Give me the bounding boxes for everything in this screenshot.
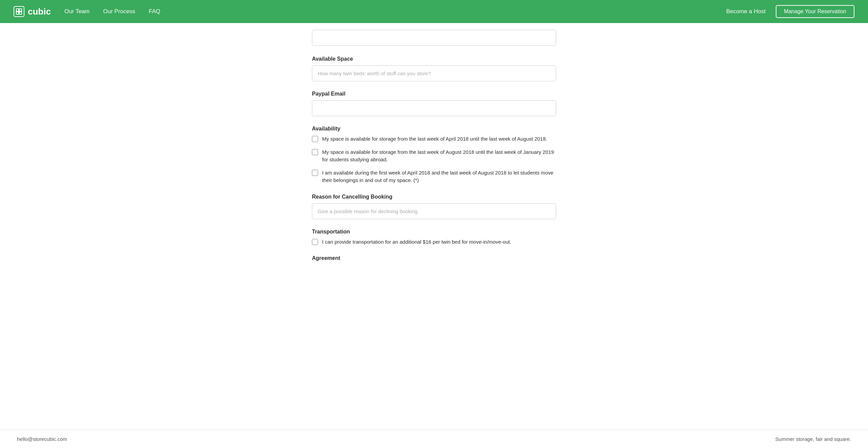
main-content: Available Space Paypal Email Availabilit…: [0, 0, 868, 298]
manage-reservation-button[interactable]: Manage Your Reservation: [776, 5, 854, 18]
svg-rect-0: [16, 9, 19, 11]
logo-icon: [14, 6, 24, 17]
navbar-right: Become a Host Manage Your Reservation: [726, 5, 854, 18]
agreement-label: Agreement: [312, 255, 556, 261]
transportation-checkbox-1[interactable]: [312, 239, 318, 245]
form-container: Available Space Paypal Email Availabilit…: [305, 30, 563, 261]
availability-label-1[interactable]: My space is available for storage from t…: [322, 135, 547, 143]
availability-section: Availability My space is available for s…: [312, 126, 556, 184]
nav-our-team[interactable]: Our Team: [64, 8, 90, 15]
reason-cancelling-section: Reason for Cancelling Booking: [312, 194, 556, 219]
svg-rect-2: [16, 12, 19, 14]
nav-links: Our Team Our Process FAQ: [64, 8, 726, 15]
transportation-label: Transportation: [312, 229, 556, 235]
paypal-email-section: Paypal Email: [312, 91, 556, 116]
become-host-link[interactable]: Become a Host: [726, 8, 766, 15]
nav-our-process[interactable]: Our Process: [103, 8, 135, 15]
agreement-section: Agreement: [312, 255, 556, 261]
reason-cancelling-label: Reason for Cancelling Booking: [312, 194, 556, 200]
availability-label-2[interactable]: My space is available for storage from t…: [322, 148, 556, 164]
availability-checkbox-1[interactable]: [312, 136, 318, 142]
logo-svg: [16, 8, 22, 15]
availability-label: Availability: [312, 126, 556, 132]
availability-item-1: My space is available for storage from t…: [312, 135, 556, 143]
paypal-email-label: Paypal Email: [312, 91, 556, 97]
reason-cancelling-input[interactable]: [312, 203, 556, 219]
transportation-item-1: I can provide transportation for an addi…: [312, 238, 556, 246]
available-space-label: Available Space: [312, 56, 556, 62]
availability-checkbox-2[interactable]: [312, 149, 318, 155]
transportation-checkbox-group: I can provide transportation for an addi…: [312, 238, 556, 246]
availability-checkbox-group: My space is available for storage from t…: [312, 135, 556, 184]
svg-rect-3: [19, 12, 22, 14]
availability-item-3: I am available during the first week of …: [312, 169, 556, 184]
svg-rect-1: [19, 9, 22, 11]
nav-faq[interactable]: FAQ: [149, 8, 160, 15]
available-space-input[interactable]: [312, 65, 556, 81]
paypal-email-input[interactable]: [312, 100, 556, 116]
availability-item-2: My space is available for storage from t…: [312, 148, 556, 164]
available-space-section: Available Space: [312, 56, 556, 81]
transportation-section: Transportation I can provide transportat…: [312, 229, 556, 246]
transportation-label-1[interactable]: I can provide transportation for an addi…: [322, 238, 511, 246]
logo-text: cubic: [28, 6, 51, 17]
logo-link[interactable]: cubic: [14, 6, 51, 17]
availability-label-3[interactable]: I am available during the first week of …: [322, 169, 556, 184]
availability-checkbox-3[interactable]: [312, 170, 318, 176]
navbar: cubic Our Team Our Process FAQ Become a …: [0, 0, 868, 23]
top-partial-input[interactable]: [312, 30, 556, 46]
